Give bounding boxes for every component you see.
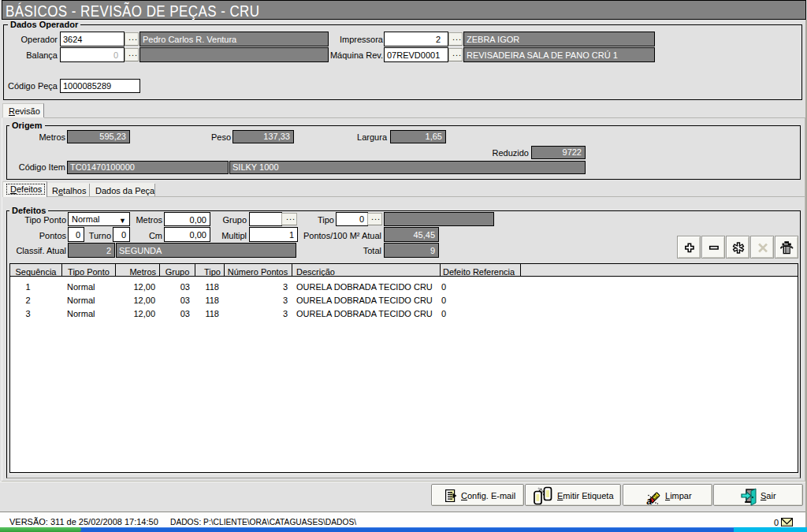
svg-text:a: a [647, 496, 653, 505]
